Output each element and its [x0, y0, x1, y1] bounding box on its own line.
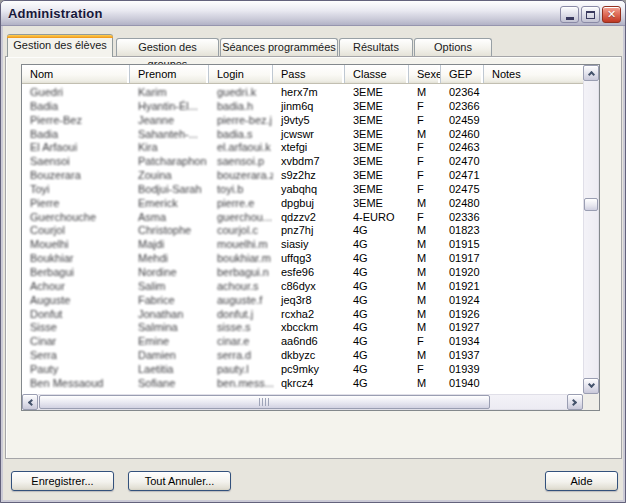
- column-header-pass[interactable]: Pass: [273, 65, 345, 83]
- cell-sexe: M: [409, 321, 441, 335]
- cell-pass: dpgbuj: [273, 197, 345, 211]
- table-row[interactable]: Achour Salim achour.s c86dyx 4G M 01921: [22, 280, 583, 294]
- table-row[interactable]: Sisse Salmina sisse.s xbcckm 4G M 01927: [22, 321, 583, 335]
- table-row[interactable]: Guedri Karim guedri.k herx7m 3EME M 0236…: [22, 86, 583, 100]
- minimize-button[interactable]: [560, 6, 579, 23]
- close-button[interactable]: ✕: [602, 6, 621, 23]
- table-row[interactable]: Cinar Emine cinar.e aa6nd6 4G F 01934: [22, 335, 583, 349]
- cell-notes: [484, 183, 583, 197]
- column-header-notes[interactable]: Notes: [484, 65, 583, 83]
- cell-classe: 3EME: [345, 141, 409, 155]
- table-row[interactable]: Pierre-Bez Jeanne pierre-bez.j j9vty5 3E…: [22, 114, 583, 128]
- tab-gestion-des-groupes[interactable]: Gestion des groupes: [116, 38, 219, 56]
- horizontal-scrollbar[interactable]: [22, 394, 583, 410]
- table-row[interactable]: Bouzerara Zouina bouzerara.z s9z2hz 3EME…: [22, 169, 583, 183]
- cell-gep: 01940: [441, 377, 484, 391]
- cell-notes: [484, 252, 583, 266]
- column-header-login[interactable]: Login: [209, 65, 273, 83]
- column-header-gep[interactable]: GEP: [441, 65, 484, 83]
- cell-login: mouelhi.m: [209, 238, 273, 252]
- cell-sexe: F: [409, 114, 441, 128]
- cell-prenom: Bodjui-Sarah: [130, 183, 209, 197]
- table-row[interactable]: Mouelhi Majdi mouelhi.m siasiy 4G M 0191…: [22, 238, 583, 252]
- cell-classe: 4G: [345, 224, 409, 238]
- column-header-prenom[interactable]: Prenom: [130, 65, 209, 83]
- cell-login: sisse.s: [209, 321, 273, 335]
- tout-annuler-button[interactable]: Tout Annuler...: [128, 471, 231, 491]
- cell-nom: Bouzerara: [22, 169, 130, 183]
- tab-options[interactable]: Options: [414, 38, 492, 56]
- table-row[interactable]: Boukhiar Mehdi boukhiar.m uffqg3 4G M 01…: [22, 252, 583, 266]
- table-row[interactable]: Berbagui Nordine berbagui.n esfe96 4G M …: [22, 266, 583, 280]
- cell-nom: Auguste: [22, 294, 130, 308]
- scroll-down-button[interactable]: [583, 378, 599, 394]
- cell-classe: 4G: [345, 363, 409, 377]
- table-row[interactable]: El Arfaoui Kira el.arfaoui.k xtefgi 3EME…: [22, 141, 583, 155]
- horizontal-scrollbar-thumb[interactable]: [39, 395, 490, 409]
- cell-classe: 4G: [345, 308, 409, 322]
- cell-login: donfut.j: [209, 308, 273, 322]
- table-row[interactable]: Badia Hyantin-Él... badia.h jinm6q 3EME …: [22, 100, 583, 114]
- column-header-nom[interactable]: Nom: [22, 65, 130, 83]
- vertical-scrollbar[interactable]: [583, 65, 599, 394]
- cell-notes: [484, 114, 583, 128]
- cell-sexe: F: [409, 211, 441, 225]
- table-row[interactable]: Auguste Fabrice auguste.f jeq3r8 4G M 01…: [22, 294, 583, 308]
- cell-gep: 01927: [441, 321, 484, 335]
- tab-resultats[interactable]: Résultats: [339, 38, 413, 56]
- chevron-down-icon: [588, 381, 595, 388]
- table-row[interactable]: Pierre Emerick pierre.e dpgbuj 3EME M 02…: [22, 197, 583, 211]
- cell-pass: rcxha2: [273, 308, 345, 322]
- title-bar[interactable]: Administration ✕: [1, 1, 625, 26]
- table-row[interactable]: Pauty Laetitia pauty.l pc9mky 4G F 01939: [22, 363, 583, 377]
- cell-gep: 01917: [441, 252, 484, 266]
- table-row[interactable]: Ben Messaoud Sofiane ben.mess... qkrcz4 …: [22, 377, 583, 391]
- cell-gep: 02471: [441, 169, 484, 183]
- vertical-scrollbar-track[interactable]: [583, 81, 599, 378]
- cell-classe: 4G: [345, 252, 409, 266]
- maximize-button[interactable]: [581, 6, 600, 23]
- cell-login: boukhiar.m: [209, 252, 273, 266]
- cell-login: courjol.c: [209, 224, 273, 238]
- cell-pass: jinm6q: [273, 100, 345, 114]
- scroll-up-button[interactable]: [583, 65, 599, 81]
- cell-prenom: Asma: [130, 211, 209, 225]
- column-header-sexe[interactable]: Sexe: [409, 65, 441, 83]
- table-header: Nom Prenom Login Pass Classe Sexe GEP No…: [22, 65, 583, 84]
- table-row[interactable]: Guerchouche Asma guerchou... qdzzv2 4-EU…: [22, 211, 583, 225]
- cell-classe: 3EME: [345, 183, 409, 197]
- aide-button[interactable]: Aide: [545, 471, 618, 491]
- cell-login: el.arfaoui.k: [209, 141, 273, 155]
- cell-nom: Donfut: [22, 308, 130, 322]
- window-controls: ✕: [560, 6, 621, 23]
- scroll-right-button[interactable]: [567, 394, 583, 410]
- cell-nom: Toyi: [22, 183, 130, 197]
- scroll-left-button[interactable]: [22, 394, 38, 410]
- tab-seances-programmees[interactable]: Séances programmées: [220, 38, 338, 56]
- cell-gep: 02364: [441, 86, 484, 100]
- table-row[interactable]: Courjol Christophe courjol.c pnz7hj 4G M…: [22, 224, 583, 238]
- enregistrer-button[interactable]: Enregistrer...: [11, 471, 114, 491]
- column-header-classe[interactable]: Classe: [345, 65, 409, 83]
- cell-notes: [484, 349, 583, 363]
- chevron-up-icon: [588, 71, 595, 78]
- table-row[interactable]: Badia Sahanteh-... badia.s jcwswr 3EME M…: [22, 128, 583, 142]
- cell-notes: [484, 363, 583, 377]
- cell-nom: El Arfaoui: [22, 141, 130, 155]
- tab-gestion-des-eleves[interactable]: Gestion des élèves: [7, 34, 113, 57]
- cell-nom: Ben Messaoud: [22, 377, 130, 391]
- table-row[interactable]: Saensoi Patcharaphon saensoi.p xvbdm7 3E…: [22, 155, 583, 169]
- cell-pass: xtefgi: [273, 141, 345, 155]
- table-row[interactable]: Toyi Bodjui-Sarah toyi.b yabqhq 3EME F 0…: [22, 183, 583, 197]
- cell-sexe: F: [409, 169, 441, 183]
- vertical-scrollbar-thumb[interactable]: [584, 198, 598, 211]
- table-row[interactable]: Donfut Jonathan donfut.j rcxha2 4G M 019…: [22, 308, 583, 322]
- cell-prenom: Damien: [130, 349, 209, 363]
- horizontal-scrollbar-track[interactable]: [38, 394, 567, 410]
- cell-gep: 02463: [441, 141, 484, 155]
- cell-pass: esfe96: [273, 266, 345, 280]
- cell-pass: qkrcz4: [273, 377, 345, 391]
- cell-notes: [484, 197, 583, 211]
- cell-classe: 4-EURO: [345, 211, 409, 225]
- table-row[interactable]: Serra Damien serra.d dkbyzc 4G M 01937: [22, 349, 583, 363]
